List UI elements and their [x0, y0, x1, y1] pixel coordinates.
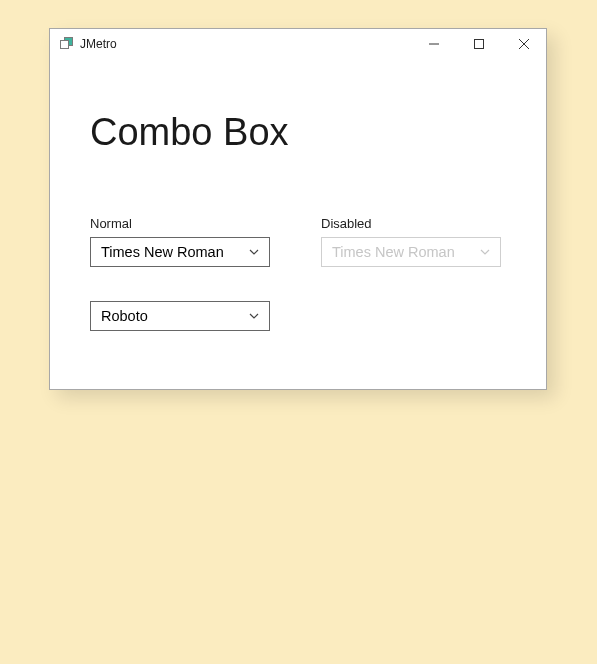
svg-rect-1 [474, 40, 483, 49]
normal-label: Normal [90, 216, 275, 231]
controls-grid: Normal Times New Roman Roboto Disabled [90, 216, 506, 331]
app-window: JMetro Combo Box Normal Times New Roman [49, 28, 547, 390]
chevron-down-icon [247, 309, 261, 323]
disabled-column: Disabled Times New Roman [321, 216, 506, 331]
normal-column: Normal Times New Roman Roboto [90, 216, 275, 331]
chevron-down-icon [478, 245, 492, 259]
normal-combobox-2[interactable]: Roboto [90, 301, 270, 331]
window-controls [411, 29, 546, 59]
combobox-value: Times New Roman [101, 244, 224, 260]
combobox-value: Times New Roman [332, 244, 455, 260]
combobox-value: Roboto [101, 308, 148, 324]
close-button[interactable] [501, 29, 546, 59]
chevron-down-icon [247, 245, 261, 259]
titlebar: JMetro [50, 29, 546, 59]
disabled-label: Disabled [321, 216, 506, 231]
app-icon [58, 36, 74, 52]
normal-combobox-1[interactable]: Times New Roman [90, 237, 270, 267]
content-area: Combo Box Normal Times New Roman Roboto [50, 59, 546, 389]
maximize-button[interactable] [456, 29, 501, 59]
page-title: Combo Box [90, 111, 506, 154]
disabled-combobox: Times New Roman [321, 237, 501, 267]
minimize-button[interactable] [411, 29, 456, 59]
window-title: JMetro [80, 37, 117, 51]
